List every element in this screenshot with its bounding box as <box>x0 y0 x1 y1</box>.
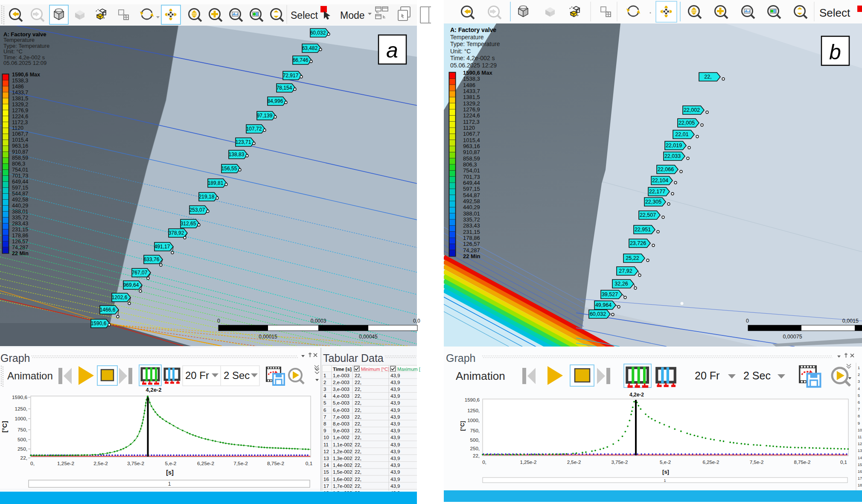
svg-text:43,9: 43,9 <box>390 373 400 378</box>
svg-text:22,951: 22,951 <box>635 227 651 233</box>
svg-text:7: 7 <box>323 414 326 420</box>
svg-text:22,: 22, <box>355 414 361 420</box>
svg-text:910,87: 910,87 <box>463 149 480 155</box>
svg-text:597,15: 597,15 <box>463 186 480 192</box>
svg-text:2 Sec: 2 Sec <box>224 370 250 381</box>
svg-text:1015,4: 1015,4 <box>12 137 28 143</box>
svg-text:231,15: 231,15 <box>463 229 480 235</box>
svg-text:1590,6 Max: 1590,6 Max <box>12 72 40 78</box>
svg-text:22,: 22, <box>355 373 361 378</box>
svg-text:335,72: 335,72 <box>463 216 480 223</box>
svg-text:335,72: 335,72 <box>12 215 28 221</box>
svg-text:12: 12 <box>858 442 862 446</box>
svg-text:43,9: 43,9 <box>390 477 400 482</box>
svg-text:750,: 750, <box>470 428 480 433</box>
svg-text:63,482: 63,482 <box>302 45 318 51</box>
svg-text:633,76: 633,76 <box>144 256 160 262</box>
svg-text:754,01: 754,01 <box>12 167 28 173</box>
svg-text:Select: Select <box>291 10 318 21</box>
svg-text:43,9: 43,9 <box>390 393 400 399</box>
svg-text:7,5e-2: 7,5e-2 <box>233 460 248 466</box>
svg-text:1381,5: 1381,5 <box>12 96 28 102</box>
svg-text:22,: 22, <box>355 469 361 475</box>
svg-text:1590,6: 1590,6 <box>91 320 107 326</box>
svg-text:440,29: 440,29 <box>12 203 28 209</box>
svg-text:1,2e-002: 1,2e-002 <box>333 449 352 454</box>
svg-text:22,019: 22,019 <box>666 143 682 149</box>
svg-text:9: 9 <box>858 421 860 425</box>
svg-text:1,e-003: 1,e-003 <box>333 373 349 378</box>
svg-text:178,86: 178,86 <box>12 233 28 239</box>
svg-text:1,25e-2: 1,25e-2 <box>57 460 74 466</box>
svg-text:283,43: 283,43 <box>463 222 480 229</box>
svg-text:Tabular Data: Tabular Data <box>323 352 384 364</box>
svg-text:4,e-003: 4,e-003 <box>333 393 349 399</box>
svg-text:767,07: 767,07 <box>132 270 148 276</box>
svg-text:1486: 1486 <box>463 82 475 88</box>
svg-text:701,73: 701,73 <box>12 173 28 179</box>
svg-text:43,9: 43,9 <box>390 484 400 489</box>
svg-text:3,75e-2: 3,75e-2 <box>127 460 144 466</box>
svg-text:1015,4: 1015,4 <box>463 137 480 143</box>
svg-text:22,: 22, <box>355 463 361 468</box>
svg-text:5: 5 <box>858 393 860 398</box>
svg-text:60,032: 60,032 <box>310 30 326 36</box>
svg-text:1276,9: 1276,9 <box>463 106 480 113</box>
svg-text:05.06.2025 12:29: 05.06.2025 12:29 <box>450 62 497 69</box>
svg-text:1: 1 <box>323 373 326 378</box>
svg-text:1,3e-002: 1,3e-002 <box>333 456 352 461</box>
svg-text:1: 1 <box>858 366 860 370</box>
svg-text:1381,5: 1381,5 <box>463 94 480 100</box>
svg-text:22,507: 22,507 <box>640 212 656 218</box>
svg-text:3,e-003: 3,e-003 <box>333 387 349 392</box>
svg-text:492,58: 492,58 <box>463 198 480 204</box>
svg-text:963,16: 963,16 <box>12 143 28 149</box>
svg-text:97,139: 97,139 <box>257 113 273 119</box>
svg-text:0,1: 0,1 <box>840 460 847 465</box>
svg-text:10: 10 <box>323 435 329 440</box>
svg-text:22 Min: 22 Min <box>463 253 481 259</box>
svg-text:22,: 22, <box>473 453 480 458</box>
svg-text:22,: 22, <box>355 442 361 447</box>
svg-text:Animation: Animation <box>7 370 53 382</box>
svg-text:1250,: 1250, <box>15 406 27 412</box>
svg-text:4: 4 <box>323 393 326 399</box>
svg-text:1224,6: 1224,6 <box>463 112 480 119</box>
svg-text:4: 4 <box>858 387 860 391</box>
svg-text:0,0: 0,0 <box>413 318 420 324</box>
svg-text:43,9: 43,9 <box>390 400 400 405</box>
svg-text:15: 15 <box>858 463 862 467</box>
svg-text:1276,9: 1276,9 <box>12 108 28 114</box>
svg-text:806,3: 806,3 <box>12 161 25 167</box>
svg-text:597,15: 597,15 <box>12 185 28 191</box>
svg-text:22,: 22, <box>355 449 361 454</box>
svg-text:43,9: 43,9 <box>390 435 400 440</box>
svg-text:701,73: 701,73 <box>463 174 480 180</box>
svg-text:2: 2 <box>323 380 326 385</box>
svg-text:Unit: °C: Unit: °C <box>450 48 471 55</box>
svg-text:1,6e-002: 1,6e-002 <box>333 477 352 482</box>
svg-text:18: 18 <box>858 483 862 487</box>
svg-text:17: 17 <box>858 476 862 481</box>
svg-text:A: Factory valve: A: Factory valve <box>450 26 496 33</box>
svg-text:23,726: 23,726 <box>630 240 646 246</box>
svg-text:107,72: 107,72 <box>246 126 262 132</box>
svg-text:250,: 250, <box>470 446 480 451</box>
svg-text:388,01: 388,01 <box>463 210 480 217</box>
svg-text:1,7e-002: 1,7e-002 <box>333 484 352 489</box>
svg-text:43,9: 43,9 <box>390 456 400 461</box>
svg-text:43,9: 43,9 <box>390 469 400 475</box>
svg-text:231,15: 231,15 <box>12 227 28 233</box>
svg-text:7,5e-2: 7,5e-2 <box>750 460 764 465</box>
svg-text:39,527: 39,527 <box>602 291 618 297</box>
svg-text:544,87: 544,87 <box>463 192 480 198</box>
svg-text:a: a <box>386 38 398 62</box>
svg-text:2: 2 <box>858 373 860 377</box>
svg-text:4,2e-2: 4,2e-2 <box>146 387 162 393</box>
svg-text:22,: 22, <box>355 393 361 399</box>
svg-text:138,83: 138,83 <box>229 151 245 157</box>
svg-text:649,44: 649,44 <box>12 179 28 185</box>
svg-text:25,22: 25,22 <box>626 255 639 261</box>
svg-text:1433,7: 1433,7 <box>463 88 480 94</box>
svg-text:10: 10 <box>858 428 862 432</box>
